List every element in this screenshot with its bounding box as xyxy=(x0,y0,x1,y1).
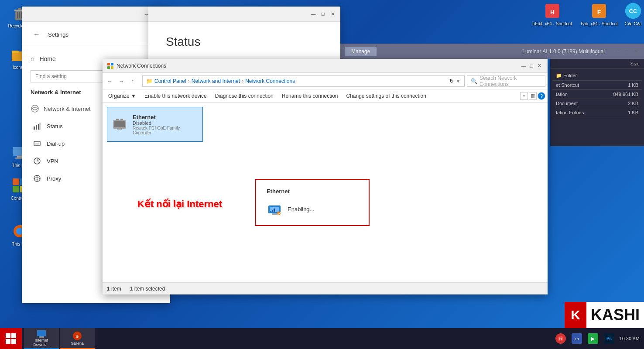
netconn-statusbar: 1 item 1 item selected xyxy=(103,282,548,294)
status-heading: Status xyxy=(166,35,323,49)
settings-header: ← Settings xyxy=(22,22,170,45)
taskbar-photoshop-icon[interactable]: Ps xyxy=(602,332,616,346)
adapter-name: Ethernet xyxy=(133,114,199,120)
fab-label: Fab_x64 - Shortcut xyxy=(581,21,618,26)
enabling-dialog-content: Enabling... xyxy=(267,201,358,217)
ethernet-adapter[interactable]: Ethernet Disabled Realtek PCI GbE Family… xyxy=(107,107,203,142)
taskbar-clock[interactable]: 10:30 AM xyxy=(620,336,640,341)
file-item-entries: tation Entries1 KB xyxy=(552,108,642,117)
svg-rect-35 xyxy=(107,66,110,69)
settings-app-title: Settings xyxy=(48,31,69,38)
luminar-maximize[interactable]: □ xyxy=(623,48,630,55)
desktop-icon-hedit[interactable]: H hEdit_x64 - Shortcut xyxy=(532,2,572,26)
file-item-doc: Document2 KB xyxy=(552,99,642,108)
desktop-icon-fab[interactable]: F Fab_x64 - Shortcut xyxy=(581,2,618,26)
svg-rect-49 xyxy=(6,333,10,338)
svg-rect-52 xyxy=(11,339,16,344)
taskbar-loader-icon[interactable]: Ld xyxy=(570,332,584,346)
breadcrumb-control-panel[interactable]: Control Panel xyxy=(154,78,186,84)
desktop: Recycle Bin Icons... This P... xyxy=(0,0,644,349)
svg-text:R: R xyxy=(559,337,562,341)
organize-menu[interactable]: Organize ▼ xyxy=(105,91,140,101)
netconn-search-bar[interactable]: 🔍 Search Network Connections xyxy=(467,75,545,87)
taskbar-apps: InternetDownlo... G Garena xyxy=(22,328,97,349)
netconn-maximize[interactable]: □ xyxy=(528,62,535,70)
diagnose-btn[interactable]: Diagnose this connection xyxy=(212,91,277,101)
home-icon: ⌂ xyxy=(31,55,34,62)
svg-rect-27 xyxy=(39,123,41,130)
rename-btn[interactable]: Rename this connection xyxy=(278,91,342,101)
view-list-icon[interactable]: ≡ xyxy=(520,92,528,100)
vpn-nav-label: VPN xyxy=(47,158,58,164)
svg-rect-39 xyxy=(117,128,122,130)
svg-rect-53 xyxy=(37,330,46,336)
svg-rect-28 xyxy=(34,141,40,146)
svg-text:F: F xyxy=(597,9,601,16)
enabling-dialog-container: Ethernet xyxy=(255,179,370,226)
taskbar-internet-label: InternetDownlo... xyxy=(33,338,50,347)
status-maximize[interactable]: □ xyxy=(319,10,327,18)
settings-titlebar: — □ ✕ xyxy=(22,7,170,22)
breadcrumb-icon: 📁 xyxy=(146,78,153,84)
adapter-status: Disabled xyxy=(133,120,199,126)
desktop-icons-top-right: H hEdit_x64 - Shortcut F Fab_x64 - Short… xyxy=(532,2,618,26)
file-item-shortcut: et Shortcut1 KB xyxy=(552,81,642,90)
svg-rect-34 xyxy=(111,63,113,65)
luminar-minimize[interactable]: — xyxy=(613,48,621,55)
desktop-icon-coccoc[interactable]: CC Cốc Cốc xyxy=(624,2,642,26)
netconn-minimize[interactable]: — xyxy=(520,62,528,70)
enabling-dialog: Ethernet xyxy=(258,181,367,223)
luminar-title: Luminar AI 1.0.0 (7189) Multilingual xyxy=(522,48,605,55)
nav-forward-arrow[interactable]: → xyxy=(116,76,127,86)
svg-text:Ld: Ld xyxy=(575,337,579,341)
help-icon[interactable]: ? xyxy=(538,92,545,100)
svg-rect-2 xyxy=(18,8,21,10)
taskbar-green-icon[interactable]: ▶ xyxy=(586,332,600,346)
dialup-nav-label: Dial-up xyxy=(47,140,65,147)
enabling-status-text: Enabling... xyxy=(288,206,314,212)
annotation-text: Kết nối lại Internet xyxy=(137,198,222,210)
netconn-titlebar: Network Connections — □ ✕ xyxy=(103,59,548,73)
svg-rect-54 xyxy=(39,336,44,338)
svg-rect-25 xyxy=(36,125,37,130)
svg-rect-45 xyxy=(270,211,271,212)
breadcrumb-refresh[interactable]: ↻ xyxy=(449,78,454,84)
search-placeholder: Search Network Connections xyxy=(480,75,541,87)
netconn-nav-toolbar: ← → ↑ 📁 Control Panel › Network and Inte… xyxy=(103,73,548,89)
taskbar-app-internet[interactable]: InternetDownlo... xyxy=(24,328,59,349)
hedit-label: hEdit_x64 - Shortcut xyxy=(532,21,572,26)
ethernet-adapter-icon xyxy=(111,116,128,133)
enable-device-btn[interactable]: Enable this network device xyxy=(141,91,210,101)
luminar-close[interactable]: ✕ xyxy=(632,48,640,55)
status-nav-label: Status xyxy=(47,123,63,130)
taskbar-app-garena[interactable]: G Garena xyxy=(60,328,95,349)
change-settings-btn[interactable]: Change settings of this connection xyxy=(343,91,430,101)
coccoc-label: Cốc Cốc xyxy=(624,21,641,26)
svg-text:▶: ▶ xyxy=(591,336,595,341)
svg-rect-46 xyxy=(272,210,273,212)
svg-rect-24 xyxy=(34,127,35,130)
proxy-nav-label: Proxy xyxy=(47,175,61,182)
status-close[interactable]: ✕ xyxy=(328,10,337,18)
file-item-folder: 📁 Folder xyxy=(552,71,642,81)
start-button[interactable] xyxy=(0,328,22,349)
nav-back-arrow[interactable]: ← xyxy=(105,76,115,86)
svg-rect-41 xyxy=(120,119,123,120)
hedit-icon: H xyxy=(544,2,561,20)
taskbar-riot-icon[interactable]: R xyxy=(554,332,568,346)
view-details-icon[interactable]: ▦ xyxy=(529,92,537,100)
svg-rect-38 xyxy=(114,121,125,127)
settings-back-button[interactable]: ← xyxy=(31,28,43,41)
manage-tab[interactable]: Manage xyxy=(345,47,377,56)
svg-rect-40 xyxy=(116,119,119,120)
network-connections-window: Network Connections — □ ✕ ← → ↑ 📁 Contro… xyxy=(103,59,548,294)
breadcrumb-network-connections[interactable]: Network Connections xyxy=(245,78,295,84)
netconn-close[interactable]: ✕ xyxy=(535,62,543,70)
svg-rect-13 xyxy=(13,186,19,192)
manage-bar: Manage Luminar AI 1.0.0 (7189) Multiling… xyxy=(340,44,644,59)
nav-up-arrow[interactable]: ↑ xyxy=(127,76,138,86)
breadcrumb-bar: 📁 Control Panel › Network and Internet ›… xyxy=(142,75,465,87)
status-minimize[interactable]: — xyxy=(309,10,318,18)
svg-text:H: H xyxy=(550,9,555,16)
breadcrumb-network-internet[interactable]: Network and Internet xyxy=(192,78,240,84)
